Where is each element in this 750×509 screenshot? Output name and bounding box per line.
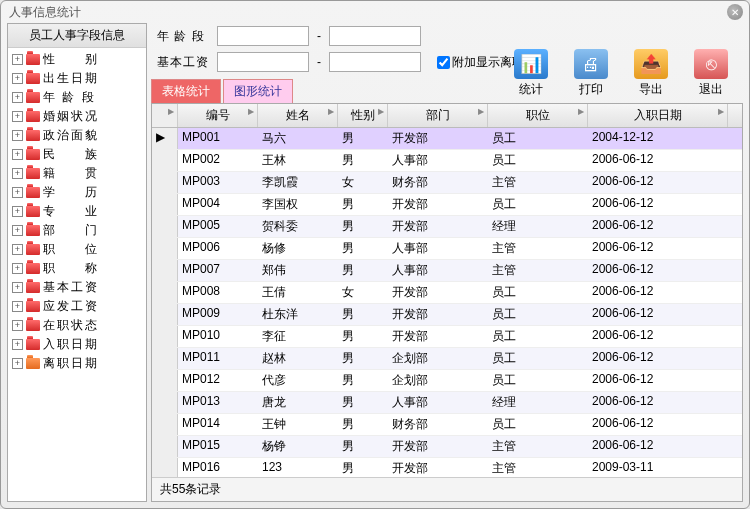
salary-from-input[interactable] — [217, 52, 309, 72]
cell: 赵林 — [258, 348, 338, 369]
tree-item[interactable]: +应发工资 — [8, 297, 146, 316]
column-header[interactable] — [152, 104, 178, 127]
expand-icon[interactable]: + — [12, 225, 23, 236]
tree-label: 婚姻状况 — [43, 108, 99, 125]
tree-label: 部 门 — [43, 222, 99, 239]
table-row[interactable]: MP004李国权男开发部员工2006-06-12 — [152, 194, 742, 216]
table-row[interactable]: ▶MP001马六男开发部员工2004-12-12 — [152, 128, 742, 150]
table-row[interactable]: MP003李凯霞女财务部主管2006-06-12 — [152, 172, 742, 194]
expand-icon[interactable]: + — [12, 320, 23, 331]
column-header[interactable]: 职位 — [488, 104, 588, 127]
tree-item[interactable]: +入职日期 — [8, 335, 146, 354]
tree-item[interactable]: +出生日期 — [8, 69, 146, 88]
folder-icon — [26, 168, 40, 179]
cell: 王倩 — [258, 282, 338, 303]
column-header[interactable]: 姓名 — [258, 104, 338, 127]
exit-button[interactable]: ⎋退出 — [689, 49, 733, 98]
table-row[interactable]: MP002王林男人事部员工2006-06-12 — [152, 150, 742, 172]
cell: 男 — [338, 260, 388, 281]
tree-label: 入职日期 — [43, 336, 99, 353]
tree-item[interactable]: +基本工资 — [8, 278, 146, 297]
tree-item[interactable]: +专 业 — [8, 202, 146, 221]
export-button[interactable]: 📤导出 — [629, 49, 673, 98]
expand-icon[interactable]: + — [12, 206, 23, 217]
cell: 员工 — [488, 128, 588, 149]
tab-chart[interactable]: 图形统计 — [223, 79, 293, 103]
table-row[interactable]: MP011赵林男企划部员工2006-06-12 — [152, 348, 742, 370]
folder-icon — [26, 263, 40, 274]
expand-icon[interactable]: + — [12, 244, 23, 255]
tree-item[interactable]: +性 别 — [8, 50, 146, 69]
print-button[interactable]: 🖨打印 — [569, 49, 613, 98]
age-to-input[interactable] — [329, 26, 421, 46]
cell: 男 — [338, 392, 388, 413]
expand-icon[interactable]: + — [12, 111, 23, 122]
dash: - — [313, 55, 325, 69]
cell: 开发部 — [388, 304, 488, 325]
expand-icon[interactable]: + — [12, 149, 23, 160]
expand-icon[interactable]: + — [12, 92, 23, 103]
cell: 男 — [338, 128, 388, 149]
tree-item[interactable]: +政治面貌 — [8, 126, 146, 145]
cell: 人事部 — [388, 392, 488, 413]
cell: MP002 — [178, 150, 258, 171]
cell: 男 — [338, 458, 388, 477]
table-row[interactable]: MP007郑伟男人事部主管2006-06-12 — [152, 260, 742, 282]
expand-icon[interactable]: + — [12, 73, 23, 84]
column-header[interactable]: 性别 — [338, 104, 388, 127]
expand-icon[interactable]: + — [12, 263, 23, 274]
tree-label: 年 龄 段 — [43, 89, 96, 106]
row-indicator — [152, 458, 178, 477]
tree-item[interactable]: +职 称 — [8, 259, 146, 278]
table-row[interactable]: MP014王钟男财务部员工2006-06-12 — [152, 414, 742, 436]
column-header[interactable]: 部门 — [388, 104, 488, 127]
salary-to-input[interactable] — [329, 52, 421, 72]
tree-item[interactable]: +民 族 — [8, 145, 146, 164]
tree-item[interactable]: +学 历 — [8, 183, 146, 202]
age-from-input[interactable] — [217, 26, 309, 46]
table-row[interactable]: MP015杨铮男开发部主管2006-06-12 — [152, 436, 742, 458]
cell: 2006-06-12 — [588, 304, 728, 325]
column-header[interactable]: 入职日期 — [588, 104, 728, 127]
expand-icon[interactable]: + — [12, 187, 23, 198]
stats-button[interactable]: 📊统计 — [509, 49, 553, 98]
tree-item[interactable]: +籍 贯 — [8, 164, 146, 183]
cell: 2006-06-12 — [588, 282, 728, 303]
tab-table[interactable]: 表格统计 — [151, 79, 221, 103]
cell: 开发部 — [388, 216, 488, 237]
table-row[interactable]: MP012代彦男企划部员工2006-06-12 — [152, 370, 742, 392]
table-row[interactable]: MP013唐龙男人事部经理2006-06-12 — [152, 392, 742, 414]
cell: 女 — [338, 172, 388, 193]
table-row[interactable]: MP016123男开发部主管2009-03-11 — [152, 458, 742, 477]
expand-icon[interactable]: + — [12, 130, 23, 141]
cell: 员工 — [488, 414, 588, 435]
folder-icon — [26, 111, 40, 122]
tree-item[interactable]: +婚姻状况 — [8, 107, 146, 126]
table-body[interactable]: ▶MP001马六男开发部员工2004-12-12MP002王林男人事部员工200… — [152, 128, 742, 477]
tree-item[interactable]: +职 位 — [8, 240, 146, 259]
column-header[interactable]: 编号 — [178, 104, 258, 127]
expand-icon[interactable]: + — [12, 339, 23, 350]
tree[interactable]: +性 别+出生日期+年 龄 段+婚姻状况+政治面貌+民 族+籍 贯+学 历+专 … — [8, 48, 146, 501]
cell: 员工 — [488, 150, 588, 171]
checkbox-input[interactable] — [437, 56, 450, 69]
table-row[interactable]: MP009杜东洋男开发部员工2006-06-12 — [152, 304, 742, 326]
table-row[interactable]: MP010李征男开发部员工2006-06-12 — [152, 326, 742, 348]
expand-icon[interactable]: + — [12, 301, 23, 312]
tree-item[interactable]: +部 门 — [8, 221, 146, 240]
expand-icon[interactable]: + — [12, 358, 23, 369]
table-row[interactable]: MP005贺科委男开发部经理2006-06-12 — [152, 216, 742, 238]
tree-item[interactable]: +年 龄 段 — [8, 88, 146, 107]
table-row[interactable]: MP006杨修男人事部主管2006-06-12 — [152, 238, 742, 260]
cell: 员工 — [488, 348, 588, 369]
table-row[interactable]: MP008王倩女开发部员工2006-06-12 — [152, 282, 742, 304]
expand-icon[interactable]: + — [12, 168, 23, 179]
expand-icon[interactable]: + — [12, 282, 23, 293]
tree-item[interactable]: +离职日期 — [8, 354, 146, 373]
expand-icon[interactable]: + — [12, 54, 23, 65]
row-indicator — [152, 392, 178, 413]
folder-icon — [26, 301, 40, 312]
cell: 李征 — [258, 326, 338, 347]
tree-item[interactable]: +在职状态 — [8, 316, 146, 335]
close-icon[interactable]: ✕ — [727, 4, 743, 20]
